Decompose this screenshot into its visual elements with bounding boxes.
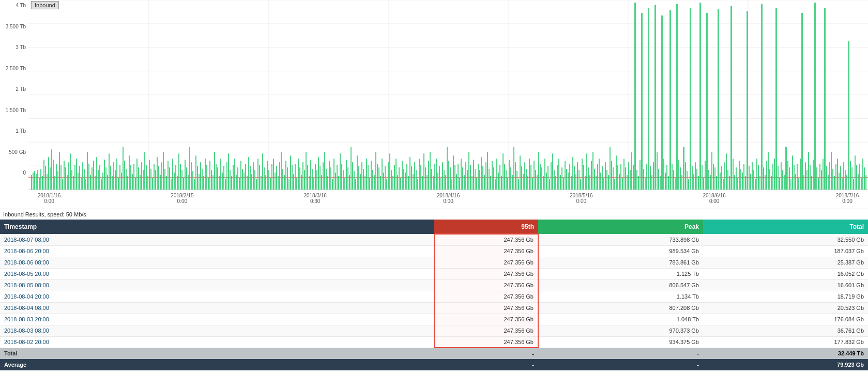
svg-rect-456 [720, 173, 721, 190]
svg-rect-314 [493, 167, 494, 190]
svg-rect-77 [126, 169, 127, 190]
svg-rect-323 [507, 178, 508, 190]
svg-rect-182 [288, 179, 290, 190]
timestamp-cell: 2018-08-05 20:00 [0, 268, 434, 279]
svg-rect-292 [459, 178, 460, 190]
x-label-mar: 2018/3/160:30 [295, 193, 336, 204]
svg-rect-541 [856, 165, 857, 190]
svg-rect-333 [523, 174, 524, 190]
svg-rect-489 [772, 164, 773, 190]
svg-rect-382 [599, 159, 600, 190]
svg-rect-501 [792, 155, 793, 190]
svg-rect-167 [265, 175, 266, 190]
svg-rect-156 [248, 157, 249, 190]
svg-rect-118 [189, 147, 190, 190]
svg-rect-109 [175, 165, 176, 190]
svg-rect-25 [45, 166, 46, 190]
svg-rect-317 [498, 173, 499, 190]
svg-rect-498 [787, 161, 788, 190]
svg-rect-324 [509, 160, 510, 190]
svg-rect-38 [65, 167, 66, 190]
svg-rect-368 [577, 162, 578, 190]
svg-rect-322 [506, 170, 507, 190]
svg-rect-492 [778, 166, 779, 190]
svg-rect-347 [544, 159, 545, 190]
svg-rect-46 [78, 173, 79, 190]
svg-rect-360 [565, 161, 566, 190]
svg-rect-365 [572, 157, 573, 190]
svg-rect-199 [315, 164, 316, 190]
svg-rect-130 [208, 178, 209, 190]
svg-rect-313 [492, 161, 493, 190]
svg-rect-273 [430, 152, 431, 190]
svg-rect-508 [803, 175, 804, 190]
svg-rect-479 [756, 159, 757, 190]
svg-rect-264 [416, 170, 417, 190]
svg-rect-494 [781, 162, 782, 190]
svg-rect-102 [164, 169, 165, 190]
svg-rect-288 [453, 155, 454, 190]
svg-rect-90 [146, 165, 147, 190]
svg-rect-222 [351, 147, 352, 190]
svg-rect-127 [203, 176, 204, 190]
svg-rect-65 [107, 175, 108, 190]
svg-rect-165 [262, 153, 263, 190]
svg-rect-39 [67, 175, 68, 190]
average-row: Average - - 79.923 Gb [0, 359, 868, 370]
svg-rect-502 [794, 165, 795, 190]
svg-rect-263 [414, 162, 415, 190]
svg-rect-431 [678, 160, 679, 190]
svg-rect-329 [516, 171, 517, 190]
svg-rect-76 [124, 161, 125, 190]
svg-rect-338 [530, 165, 531, 190]
svg-rect-266 [419, 159, 420, 190]
svg-rect-71 [116, 159, 117, 190]
svg-rect-458 [723, 179, 724, 190]
svg-rect-451 [711, 152, 712, 190]
svg-rect-367 [575, 174, 576, 190]
peak-cell: 1.134 Tb [538, 291, 703, 302]
svg-rect-538 [851, 167, 852, 190]
svg-rect-497 [785, 147, 787, 190]
svg-rect-429 [675, 178, 676, 190]
svg-rect-223 [352, 162, 353, 190]
svg-rect-227 [358, 166, 359, 190]
svg-rect-301 [473, 160, 474, 190]
svg-rect-320 [502, 153, 504, 190]
svg-rect-265 [417, 179, 418, 190]
svg-rect-197 [312, 169, 313, 190]
svg-rect-117 [188, 175, 189, 190]
svg-rect-212 [335, 173, 336, 190]
svg-rect-95 [154, 164, 155, 190]
timestamp-cell: 2018-08-04 20:00 [0, 291, 434, 302]
svg-rect-257 [405, 173, 406, 190]
svg-rect-466 [736, 167, 737, 190]
svg-rect-495 [782, 170, 783, 190]
svg-rect-373 [585, 176, 586, 190]
svg-rect-440 [693, 174, 694, 190]
svg-rect-385 [603, 178, 604, 190]
svg-rect-293 [461, 159, 462, 190]
svg-rect-143 [228, 153, 229, 190]
svg-rect-316 [496, 159, 497, 190]
svg-rect-290 [456, 174, 457, 190]
svg-rect-371 [582, 159, 583, 190]
svg-rect-334 [524, 162, 525, 190]
svg-rect-254 [400, 178, 401, 190]
svg-rect-336 [527, 176, 528, 190]
data-table: Timestamp 95th Peak Total 2018-08-07 08:… [0, 220, 868, 370]
svg-rect-500 [790, 179, 791, 190]
svg-rect-419 [658, 169, 659, 190]
svg-rect-352 [552, 153, 553, 190]
svg-rect-56 [93, 161, 94, 190]
svg-rect-36 [62, 179, 63, 190]
svg-rect-41 [70, 153, 71, 190]
svg-rect-342 [537, 175, 538, 190]
svg-rect-62 [102, 173, 103, 190]
svg-rect-398 [623, 159, 625, 190]
svg-rect-96 [155, 170, 156, 190]
svg-rect-228 [360, 174, 361, 190]
svg-rect-208 [329, 161, 330, 190]
svg-rect-304 [478, 164, 479, 190]
results-section: Inbound Results, speed: 50 Mb/s Timestam… [0, 209, 868, 370]
